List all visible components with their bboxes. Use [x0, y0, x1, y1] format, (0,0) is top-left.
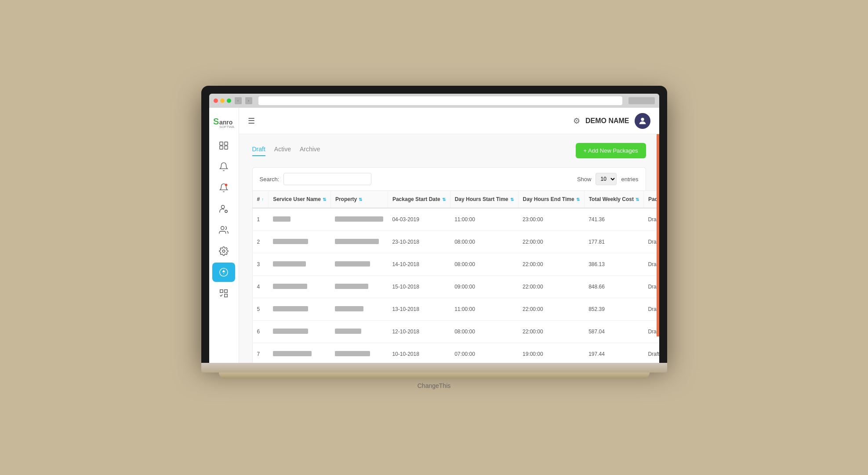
cell-cost: 177.81 — [584, 231, 643, 253]
cell-cost: 848.66 — [584, 276, 643, 298]
cell-name — [269, 231, 331, 253]
cell-cost: 197.44 — [584, 343, 643, 363]
cell-status: Draft — [643, 343, 659, 363]
col-header-start-date[interactable]: Package Start Date⇅ — [388, 191, 450, 208]
tab-active[interactable]: Active — [274, 146, 291, 156]
svg-rect-4 — [225, 142, 228, 145]
table-row: 2 23-10-2018 08:00:00 22:00:00 177.81 Dr… — [252, 231, 659, 253]
cell-name — [269, 253, 331, 276]
minimize-icon[interactable] — [220, 99, 225, 103]
hamburger-menu[interactable]: ☰ — [248, 116, 255, 126]
cell-property — [330, 298, 388, 321]
tabs: Draft Active Archive — [252, 146, 320, 156]
col-header-day-end[interactable]: Day Hours End Time⇅ — [518, 191, 584, 208]
col-header-num[interactable]: #↑ — [252, 191, 269, 208]
cell-start-date: 10-10-2018 — [388, 343, 450, 363]
back-button[interactable]: ‹ — [235, 97, 242, 104]
cell-start-date: 04-03-2019 — [388, 208, 450, 231]
svg-rect-16 — [225, 294, 227, 297]
cell-id: 7 — [252, 343, 269, 363]
cell-day-start: 11:00:00 — [450, 298, 518, 321]
sidebar-item-reports[interactable] — [212, 284, 235, 303]
cell-name — [269, 298, 331, 321]
traffic-lights — [214, 99, 231, 103]
table-row: 4 15-10-2018 09:00:00 22:00:00 848.66 Dr… — [252, 276, 659, 298]
cell-start-date: 15-10-2018 — [388, 276, 450, 298]
cell-id: 3 — [252, 253, 269, 276]
browser-actions — [628, 97, 655, 104]
tabs-row: Draft Active Archive + Add New Packages — [252, 143, 646, 158]
cell-name — [269, 276, 331, 298]
cell-day-end: 22:00:00 — [518, 231, 584, 253]
col-header-day-start[interactable]: Day Hours Start Time⇅ — [450, 191, 518, 208]
address-bar[interactable] — [258, 96, 622, 105]
search-input[interactable] — [283, 173, 371, 185]
cell-id: 5 — [252, 298, 269, 321]
cell-cost: 386.13 — [584, 253, 643, 276]
laptop-brand: ChangeThis — [201, 382, 667, 389]
cell-cost: 587.04 — [584, 321, 643, 343]
svg-rect-6 — [225, 146, 228, 149]
browser-content: S anro SOFTWARE — [209, 108, 659, 363]
cell-id: 1 — [252, 208, 269, 231]
sidebar: S anro SOFTWARE — [209, 108, 239, 363]
cell-day-start: 08:00:00 — [450, 321, 518, 343]
cell-day-start: 11:00:00 — [450, 208, 518, 231]
main-content: ☰ ⚙ DEMO NAME — [239, 108, 659, 363]
close-icon[interactable] — [214, 99, 218, 103]
table-row: 1 04-03-2019 11:00:00 23:00:00 741.36 Dr… — [252, 208, 659, 231]
cell-day-start: 07:00:00 — [450, 343, 518, 363]
cell-day-end: 23:00:00 — [518, 208, 584, 231]
cell-day-end: 22:00:00 — [518, 253, 584, 276]
tab-draft[interactable]: Draft — [252, 146, 265, 156]
cell-name — [269, 343, 331, 363]
settings-icon[interactable]: ⚙ — [573, 116, 580, 126]
search-label: Search: — [260, 176, 280, 183]
col-header-cost[interactable]: Total Weekly Cost⇅ — [584, 191, 643, 208]
col-header-service-user[interactable]: Service User Name⇅ — [269, 191, 331, 208]
svg-rect-14 — [220, 290, 223, 292]
maximize-icon[interactable] — [227, 99, 231, 103]
cell-cost: 741.36 — [584, 208, 643, 231]
cell-property — [330, 276, 388, 298]
cell-day-end: 22:00:00 — [518, 276, 584, 298]
table-row: 5 13-10-2018 11:00:00 22:00:00 852.39 Dr… — [252, 298, 659, 321]
sidebar-item-alerts[interactable] — [212, 178, 235, 197]
table-controls: Search: Show 10 25 50 entries — [252, 167, 646, 190]
svg-text:S: S — [213, 117, 219, 126]
sidebar-item-team[interactable] — [212, 220, 235, 240]
svg-point-8 — [222, 205, 225, 208]
sidebar-item-packages[interactable] — [212, 263, 235, 282]
avatar[interactable] — [635, 113, 650, 129]
logo: S anro SOFTWARE — [213, 113, 235, 129]
tab-archive[interactable]: Archive — [300, 146, 320, 156]
svg-rect-5 — [220, 146, 223, 149]
cell-day-end: 22:00:00 — [518, 321, 584, 343]
cell-property — [330, 321, 388, 343]
sidebar-item-notifications[interactable] — [212, 157, 235, 176]
user-name: DEMO NAME — [585, 117, 629, 125]
header-right: ⚙ DEMO NAME — [573, 113, 650, 129]
cell-start-date: 23-10-2018 — [388, 231, 450, 253]
forward-button[interactable]: › — [245, 97, 252, 104]
entries-per-page-select[interactable]: 10 25 50 — [596, 173, 617, 185]
cell-start-date: 13-10-2018 — [388, 298, 450, 321]
cell-start-date: 12-10-2018 — [388, 321, 450, 343]
sidebar-item-user-settings[interactable] — [212, 199, 235, 219]
laptop-base — [201, 363, 667, 373]
table-row: 3 14-10-2018 08:00:00 22:00:00 386.13 Dr… — [252, 253, 659, 276]
show-label: Show — [577, 176, 592, 183]
cell-day-start: 09:00:00 — [450, 276, 518, 298]
cell-property — [330, 343, 388, 363]
svg-point-11 — [222, 250, 225, 252]
browser-bar: ‹ › — [209, 94, 659, 108]
col-header-property[interactable]: Property⇅ — [330, 191, 388, 208]
cell-start-date: 14-10-2018 — [388, 253, 450, 276]
data-table: #↑ Service User Name⇅ Property⇅ Package … — [252, 190, 659, 363]
cell-day-end: 19:00:00 — [518, 343, 584, 363]
add-new-packages-button[interactable]: + Add New Packages — [576, 143, 646, 158]
sidebar-item-dashboard[interactable] — [212, 136, 235, 155]
table-row: 6 12-10-2018 08:00:00 22:00:00 587.04 Dr… — [252, 321, 659, 343]
cell-day-start: 08:00:00 — [450, 231, 518, 253]
sidebar-item-system-settings[interactable] — [212, 241, 235, 261]
